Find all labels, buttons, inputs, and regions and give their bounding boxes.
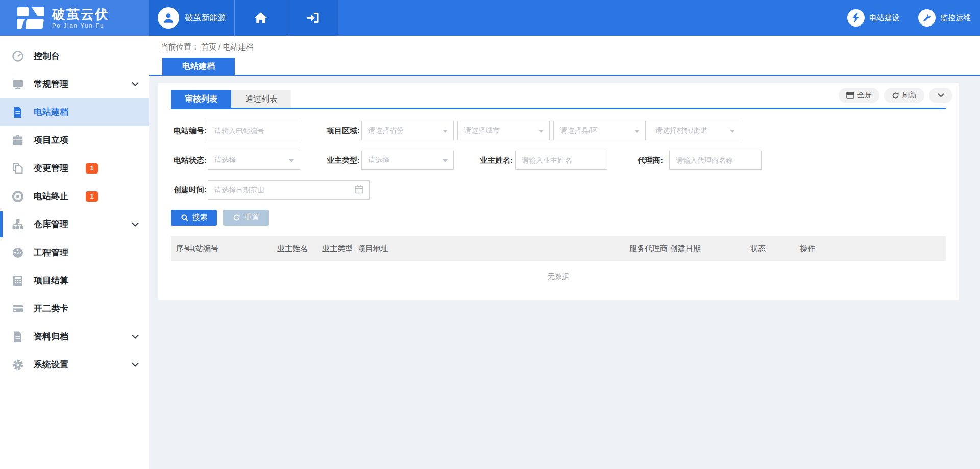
sidebar-item-system-settings[interactable]: 系统设置 — [0, 351, 149, 379]
sidebar-item-label: 系统设置 — [34, 359, 68, 371]
home-icon — [254, 12, 267, 24]
main-area: 当前位置： 首页 / 电站建档 电站建档 审核列表 通过列表 全屏 — [149, 36, 980, 469]
sidebar-item-station-archive[interactable]: 电站建档 — [0, 98, 149, 126]
form-row-3: 创建时间: — [171, 180, 946, 200]
gear-icon — [11, 358, 24, 372]
avatar — [158, 7, 179, 29]
sidebar-item-label: 开二类卡 — [34, 303, 68, 314]
sidebar-item-data-archive[interactable]: 资料归档 — [0, 323, 149, 351]
sitemap-icon — [11, 218, 24, 231]
form-row-2: 电站状态: 请选择 业主类型: 请选择 业主姓名: 代理商: — [171, 151, 946, 170]
fullscreen-icon — [846, 92, 854, 99]
notification-badge: 1 — [86, 191, 98, 202]
sidebar-item-label: 资料归档 — [34, 331, 68, 342]
sidebar-item-general-mgmt[interactable]: 常规管理 — [0, 70, 149, 98]
province-select[interactable]: 请选择省份 — [361, 121, 454, 140]
station-no-input[interactable] — [208, 121, 300, 140]
table-header: 序号 电站编号 业主姓名 业主类型 项目地址 服务代理商 创建日期 状态 操作 — [171, 236, 946, 261]
created-time-label: 创建时间: — [171, 185, 207, 195]
gauge-icon — [11, 50, 24, 63]
page-tab-station-archive[interactable]: 电站建档 — [162, 58, 235, 75]
fullscreen-button[interactable]: 全屏 — [839, 88, 879, 103]
module-label: 电站建设 — [869, 13, 900, 23]
search-icon — [181, 214, 189, 222]
panel-toolbar: 全屏 刷新 — [839, 88, 952, 103]
sidebar-item-open-class2-card[interactable]: 开二类卡 — [0, 294, 149, 323]
sidebar-item-label: 控制台 — [34, 50, 60, 62]
sidebar-item-label: 项目结算 — [34, 275, 68, 286]
sidebar-item-station-termination[interactable]: 电站终止 1 — [0, 182, 149, 210]
city-select[interactable]: 请选择城市 — [457, 121, 550, 140]
calendar-icon — [355, 185, 363, 194]
owner-type-select[interactable]: 请选择 — [361, 151, 454, 170]
station-no-label: 电站编号: — [171, 126, 207, 136]
brand-subtitle: Po Jian Yun Fu — [52, 22, 109, 29]
monitor-icon — [11, 78, 24, 91]
file-icon — [11, 330, 24, 343]
content: 审核列表 通过列表 全屏 刷新 — [149, 76, 980, 300]
company-name: 破茧新能源 — [185, 13, 226, 23]
file-text-icon — [11, 106, 24, 119]
breadcrumb-prefix: 当前位置： — [161, 42, 199, 51]
module-station-build[interactable]: 电站建设 — [847, 9, 900, 27]
county-select[interactable]: 请选择县/区 — [553, 121, 646, 140]
chevron-down-icon — [132, 82, 139, 86]
module-monitor-ops[interactable]: 监控运维 — [918, 9, 971, 27]
brand-name: 破茧云伏 — [52, 7, 109, 21]
bolt-icon — [851, 13, 861, 23]
town-select[interactable]: 请选择村镇/街道 — [649, 121, 741, 140]
calculator-icon — [11, 274, 24, 287]
sidebar-item-dashboard[interactable]: 控制台 — [0, 42, 149, 70]
sidebar-item-label: 仓库管理 — [34, 218, 68, 230]
sidebar-item-label: 电站终止 — [34, 190, 68, 202]
module-label: 监控运维 — [940, 13, 971, 23]
copy-icon — [11, 162, 24, 175]
agent-input[interactable] — [669, 151, 762, 170]
home-button[interactable] — [235, 0, 287, 36]
col-project-address: 项目地址 — [358, 244, 629, 254]
col-seq: 序号 — [171, 244, 188, 254]
col-owner-type: 业主类型 — [322, 244, 358, 254]
sidebar-item-label: 变更管理 — [34, 162, 68, 174]
search-button[interactable]: 搜索 — [171, 210, 217, 226]
briefcase-icon — [11, 134, 24, 147]
header-spacer — [338, 0, 847, 36]
sidebar-item-warehouse-mgmt[interactable]: 仓库管理 — [0, 210, 149, 238]
sidebar-item-change-mgmt[interactable]: 变更管理 1 — [0, 154, 149, 182]
sidebar-item-label: 电站建档 — [34, 106, 68, 118]
sidebar-item-label: 项目立项 — [34, 134, 68, 146]
sidebar-item-engineering-mgmt[interactable]: 工程管理 — [0, 238, 149, 266]
speedometer-icon — [11, 246, 24, 259]
breadcrumb: 当前位置： 首页 / 电站建档 — [161, 42, 254, 52]
owner-name-input[interactable] — [515, 151, 607, 170]
tab-review-list[interactable]: 审核列表 — [171, 90, 231, 108]
sidebar-item-project-initiation[interactable]: 项目立项 — [0, 126, 149, 154]
station-status-select[interactable]: 请选择 — [208, 151, 300, 170]
header-modules: 电站建设 监控运维 — [847, 0, 980, 36]
reset-button[interactable]: 重置 — [223, 210, 269, 226]
panel-tabs: 审核列表 通过列表 — [171, 90, 946, 109]
header-account[interactable]: 破茧新能源 — [149, 0, 235, 36]
refresh-icon — [892, 92, 899, 100]
top-header: 破茧云伏 Po Jian Yun Fu 破茧新能源 — [0, 0, 980, 36]
table-empty-state: 无数据 — [171, 261, 946, 281]
brand-logo: 破茧云伏 Po Jian Yun Fu — [0, 0, 149, 36]
filter-form: 电站编号: 项目区域: 请选择省份 请选择城市 请选择县/区 请选择村镇/街道 … — [171, 121, 946, 226]
form-actions: 搜索 重置 — [171, 210, 946, 226]
logout-button[interactable] — [287, 0, 338, 36]
tab-passed-list[interactable]: 通过列表 — [231, 90, 291, 108]
breadcrumb-path[interactable]: 首页 / 电站建档 — [201, 42, 254, 51]
page-topbar: 当前位置： 首页 / 电站建档 电站建档 — [149, 36, 980, 76]
wrench-icon — [922, 13, 932, 23]
col-status: 状态 — [750, 244, 800, 254]
chevron-down-icon — [938, 93, 944, 97]
collapse-button[interactable] — [929, 88, 952, 103]
refresh-button[interactable]: 刷新 — [884, 88, 924, 103]
date-range-input[interactable] — [208, 180, 370, 200]
agent-label: 代理商: — [636, 156, 663, 165]
bank-card-icon — [11, 302, 24, 315]
sidebar-item-project-settlement[interactable]: 项目结算 — [0, 266, 149, 294]
chevron-down-icon — [132, 362, 139, 367]
col-actions: 操作 — [800, 244, 946, 254]
chevron-down-icon — [132, 222, 139, 227]
